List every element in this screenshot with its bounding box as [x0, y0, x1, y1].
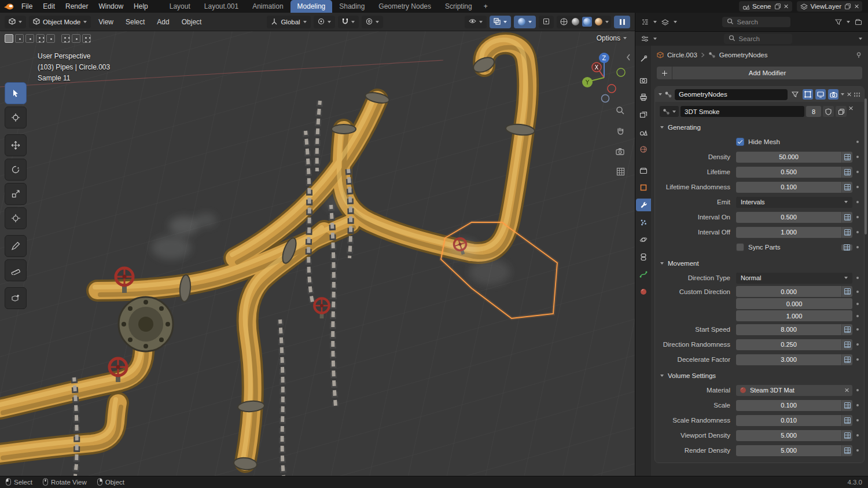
pin-icon[interactable] [855, 52, 862, 58]
add-workspace-button[interactable]: + [479, 0, 492, 13]
tab-modeling[interactable]: Modeling [290, 0, 333, 13]
snap-toggle-button[interactable] [338, 16, 359, 28]
modifier-extras-icon[interactable] [841, 93, 844, 96]
menu-window[interactable]: Window [93, 0, 128, 13]
decorator-dot[interactable] [852, 216, 863, 218]
section-volume-settings[interactable]: Volume Settings [655, 368, 864, 383]
menu-edit[interactable]: Edit [38, 0, 60, 13]
rotate-tool[interactable] [5, 159, 27, 181]
menu-render[interactable]: Render [60, 0, 93, 13]
annotate-tool[interactable] [5, 235, 27, 257]
drag-handle-icon[interactable] [854, 92, 860, 97]
chevron-down-icon[interactable] [653, 38, 657, 40]
remove-viewlayer-icon[interactable] [854, 4, 859, 9]
direction-type-dropdown[interactable]: Normal [736, 273, 852, 284]
blender-logo-icon[interactable] [3, 3, 14, 10]
menu-view[interactable]: View [94, 18, 118, 26]
driver-grid-icon[interactable] [841, 212, 852, 223]
tab-animation[interactable]: Animation [245, 0, 290, 13]
decorator-dot[interactable] [852, 141, 863, 143]
decorator-dot[interactable] [852, 404, 863, 406]
viewlayer-selector[interactable]: ViewLayer [797, 1, 863, 12]
scene-selector[interactable]: Scene [739, 1, 792, 12]
driver-grid-icon[interactable] [841, 445, 852, 456]
menu-help[interactable]: Help [128, 0, 153, 13]
decorator-dot[interactable] [852, 231, 863, 233]
modifier-filter-icon[interactable] [790, 89, 800, 100]
sidebar-collapse-button[interactable] [626, 53, 631, 63]
lifetime-randomness-field[interactable]: 0.100 [736, 182, 852, 193]
outliner-display-mode-button[interactable] [661, 19, 669, 25]
tab-layout[interactable]: Layout [163, 0, 197, 13]
section-movement[interactable]: Movement [655, 256, 864, 270]
collection-slot-7[interactable] [72, 34, 80, 43]
transform-orientation-dropdown[interactable]: Global [267, 16, 310, 28]
collection-slot-6[interactable] [61, 34, 70, 43]
render-density-value[interactable]: 5.000 [736, 445, 841, 456]
decorator-dot[interactable] [852, 303, 863, 305]
outliner-search-input[interactable]: Search [722, 17, 790, 27]
interval-off-field[interactable]: 1.000 [736, 227, 852, 238]
material-field[interactable]: Steam 3DT Mat [736, 385, 852, 396]
node-group-users-button[interactable]: 8 [806, 106, 821, 117]
shading-wireframe-button[interactable] [559, 17, 569, 27]
toggle-orthographic-button[interactable] [614, 165, 627, 178]
tab-material-icon[interactable] [636, 285, 651, 298]
render-density-field[interactable]: 5.000 [736, 445, 852, 456]
scale-randomness-field[interactable]: 0.010 [736, 415, 852, 426]
tab-scene-icon[interactable] [636, 126, 651, 138]
proportional-edit-button[interactable] [362, 16, 383, 28]
collection-slot-1[interactable] [5, 34, 13, 43]
chevron-down-icon[interactable] [859, 38, 862, 40]
decorator-dot[interactable] [852, 156, 863, 158]
gizmo-y-negative[interactable] [617, 68, 625, 76]
lifetime-field[interactable]: 0.500 [736, 167, 852, 178]
new-collection-icon[interactable] [855, 19, 862, 25]
driver-grid-icon[interactable] [841, 286, 852, 297]
show-overlays-dropdown[interactable] [490, 16, 511, 28]
move-tool[interactable] [5, 134, 27, 156]
viewport-density-value[interactable]: 5.000 [736, 430, 841, 441]
section-generating[interactable]: Generating [655, 120, 864, 134]
emit-dropdown[interactable]: Intervals [736, 197, 852, 208]
decorator-dot[interactable] [852, 358, 863, 361]
menu-select[interactable]: Select [121, 18, 149, 26]
unlink-scene-icon[interactable] [784, 4, 789, 9]
pause-button[interactable] [614, 16, 630, 28]
decelerate-factor-field[interactable]: 3.000 [736, 354, 852, 365]
menu-object[interactable]: Object [177, 18, 207, 26]
custom-direction-z-field[interactable]: 1.000 [736, 310, 852, 321]
decorator-dot[interactable] [852, 315, 863, 317]
density-value[interactable]: 50.000 [736, 152, 841, 163]
show-in-edit-mode-toggle[interactable] [803, 89, 813, 100]
scene-name[interactable]: Scene [752, 3, 771, 10]
browse-node-group-button[interactable] [660, 106, 679, 117]
custom-direction-y-field[interactable]: 0.000 [736, 298, 852, 309]
decorator-dot[interactable] [852, 277, 863, 279]
driver-grid-icon[interactable] [841, 354, 852, 365]
pan-hand-button[interactable] [614, 124, 627, 137]
tab-geometry-nodes[interactable]: Geometry Nodes [372, 0, 438, 13]
tab-tool-icon[interactable] [636, 53, 651, 65]
custom-direction-z-value[interactable]: 1.000 [736, 310, 852, 321]
tab-viewlayer-icon[interactable] [636, 108, 651, 121]
outliner-editor-button[interactable] [641, 19, 649, 25]
sync-parts-checkbox[interactable] [736, 243, 744, 251]
custom-direction-x-field[interactable]: 0.000 [736, 286, 852, 297]
tab-render-icon[interactable] [636, 74, 651, 86]
collection-slot-3[interactable] [25, 34, 34, 43]
driver-grid-icon[interactable] [841, 182, 852, 193]
tab-particles-icon[interactable] [636, 216, 651, 229]
collection-slot-5[interactable] [46, 34, 55, 43]
measure-tool[interactable] [5, 259, 27, 281]
select-box-tool[interactable] [5, 82, 27, 104]
tab-shading[interactable]: Shading [332, 0, 372, 13]
pivot-point-dropdown[interactable] [314, 16, 335, 28]
viewport-density-field[interactable]: 5.000 [736, 430, 852, 441]
hide-mesh-checkbox[interactable] [736, 138, 744, 146]
fake-user-shield-icon[interactable] [823, 106, 834, 117]
add-modifier-button[interactable]: Add Modifier [672, 67, 862, 79]
shading-material-button[interactable] [582, 17, 592, 27]
show-in-viewport-toggle[interactable] [815, 89, 826, 100]
driver-grid-icon[interactable] [841, 227, 852, 238]
